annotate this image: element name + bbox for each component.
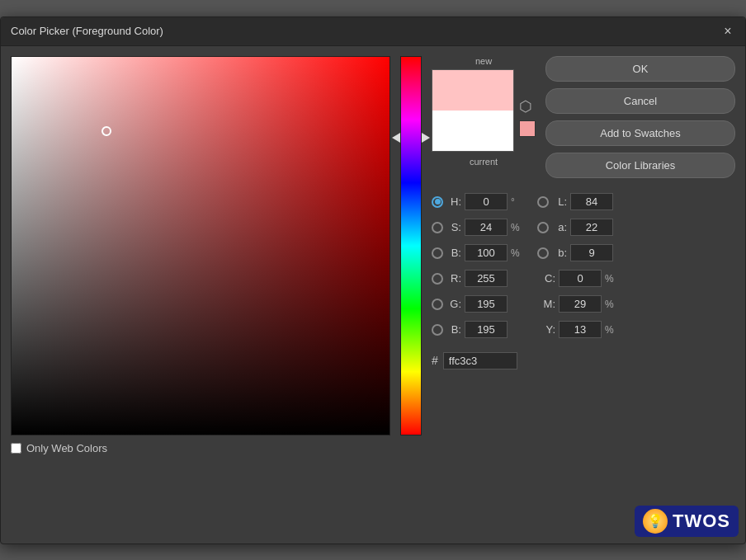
field-row-s: S: % [432, 217, 524, 238]
unit-c: % [605, 273, 618, 285]
radio-a[interactable] [537, 222, 549, 233]
preview-current-color [432, 111, 513, 151]
input-y[interactable] [559, 321, 602, 338]
field-row-g: G: [432, 294, 524, 315]
field-row-a: a: [537, 217, 630, 238]
radio-g[interactable] [432, 299, 443, 310]
ok-button[interactable]: OK [545, 56, 735, 82]
label-b-lab: b: [552, 247, 567, 259]
field-row-b-rgb: B: [432, 319, 524, 341]
radio-s[interactable] [432, 222, 443, 233]
input-s[interactable] [465, 219, 508, 236]
unit-y: % [605, 324, 618, 336]
field-row-l: L: [537, 191, 630, 213]
hue-strip[interactable] [400, 56, 422, 435]
watermark-icon: 💡 [643, 509, 668, 534]
label-m: M: [537, 298, 555, 310]
input-a[interactable] [570, 219, 613, 236]
hue-arrow-right [422, 133, 430, 143]
field-row-c: C: % [537, 268, 630, 289]
left-fields: H: ° S: % B: [432, 191, 524, 341]
dialog-title: Color Picker (Foreground Color) [11, 25, 163, 37]
label-a: a: [552, 221, 567, 233]
color-field-background [12, 57, 390, 435]
label-g: G: [446, 298, 461, 310]
preview-section: new ⬡ current [432, 56, 536, 167]
field-row-b: B: % [432, 242, 524, 264]
title-bar: Color Picker (Foreground Color) × [1, 17, 745, 46]
close-button[interactable]: × [720, 24, 735, 39]
web-colors-icon[interactable]: ⬡ [519, 97, 536, 115]
radio-b-lab[interactable] [537, 247, 549, 259]
label-r: R: [446, 272, 461, 285]
input-h[interactable] [465, 193, 508, 210]
hex-row: # [432, 352, 735, 369]
label-b-rgb: B: [446, 323, 461, 336]
radio-b-rgb[interactable] [432, 324, 443, 336]
color-field[interactable] [11, 56, 390, 435]
radio-r[interactable] [432, 273, 443, 285]
action-buttons: OK Cancel Add to Swatches Color Librarie… [545, 56, 735, 178]
field-row-m: M: % [537, 294, 630, 315]
add-to-swatches-button[interactable]: Add to Swatches [545, 120, 735, 146]
right-panel: new ⬡ current OK [432, 56, 735, 454]
label-c: C: [537, 272, 555, 285]
top-right: new ⬡ current OK [432, 56, 735, 178]
only-web-checkbox[interactable] [11, 443, 21, 454]
unit-b-hsb: % [511, 247, 524, 259]
radio-l[interactable] [537, 196, 549, 208]
input-b-rgb[interactable] [465, 321, 508, 338]
field-row-r: R: [432, 268, 524, 289]
hex-input[interactable] [443, 352, 517, 369]
cancel-button[interactable]: Cancel [545, 88, 735, 114]
label-y: Y: [537, 323, 555, 336]
current-label: current [470, 157, 498, 167]
watermark: 💡 TWOS [635, 506, 739, 537]
color-field-wrap: Only Web Colors [11, 56, 390, 454]
unit-s: % [511, 222, 524, 233]
hue-strip-wrap [400, 56, 422, 454]
preview-new-color [432, 70, 513, 111]
input-b-lab[interactable] [570, 244, 613, 261]
fields-section: H: ° S: % B: [432, 191, 735, 341]
color-libraries-button[interactable]: Color Libraries [545, 153, 735, 178]
color-picker-dialog: Color Picker (Foreground Color) × Only W… [0, 16, 746, 544]
input-m[interactable] [559, 295, 602, 313]
label-l: L: [552, 195, 567, 208]
only-web-row: Only Web Colors [11, 442, 390, 454]
right-fields: L: a: b: [537, 191, 630, 341]
preview-and-icons: ⬡ [432, 69, 536, 152]
label-h: H: [446, 195, 461, 208]
hash-symbol: # [432, 354, 438, 367]
field-row-y: Y: % [537, 319, 630, 341]
dialog-body: Only Web Colors new [1, 46, 745, 464]
only-web-label: Only Web Colors [26, 442, 107, 454]
small-color-swatch [519, 120, 536, 137]
radio-h[interactable] [432, 196, 443, 208]
radio-b[interactable] [432, 247, 443, 259]
unit-h: ° [511, 196, 524, 208]
input-c[interactable] [559, 270, 602, 287]
label-b-hsb: B: [446, 247, 461, 259]
watermark-text: TWOS [673, 511, 730, 532]
unit-m: % [605, 299, 618, 310]
new-label: new [475, 56, 492, 66]
input-g[interactable] [465, 295, 508, 313]
input-l[interactable] [570, 193, 613, 210]
field-row-h: H: ° [432, 191, 524, 213]
label-s: S: [446, 221, 461, 233]
input-b-hsb[interactable] [465, 244, 508, 261]
icon-col: ⬡ [519, 94, 536, 137]
field-row-b-lab: b: [537, 242, 630, 264]
preview-colors [432, 69, 514, 152]
hue-arrow-left [392, 133, 400, 143]
input-r[interactable] [465, 270, 508, 287]
